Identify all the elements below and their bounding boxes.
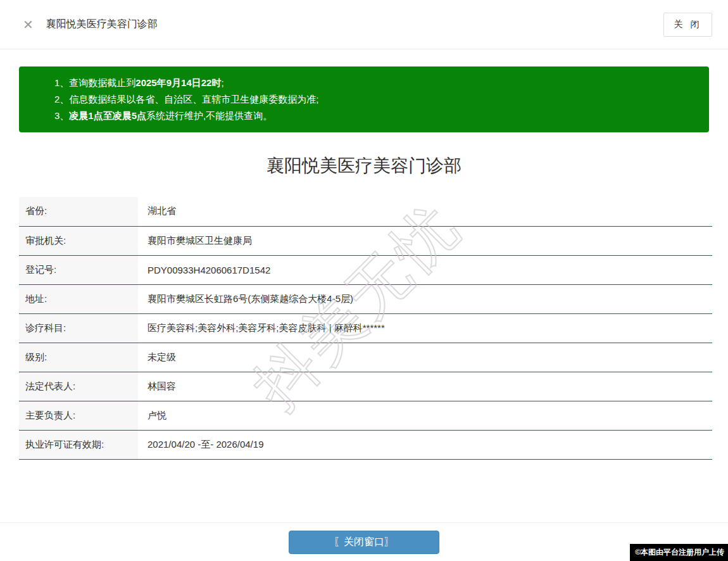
notice-bold-text: 2025年9月14日22时 [135,77,221,88]
row-value: PDY00933H42060617D1542 [138,255,712,284]
row-value: 湖北省 [138,197,712,226]
footer: 〖关闭窗口〗 [0,523,728,561]
table-row: 诊疗科目:医疗美容科;美容外科;美容牙科;美容皮肤科 | 麻醉科****** [19,313,712,343]
table-row: 登记号:PDY00933H42060617D1542 [19,255,712,284]
row-label: 登记号: [19,255,138,284]
notice-line: 3、凌晨1点至凌晨5点系统进行维护,不能提供查询。 [54,108,696,124]
table-row: 地址:襄阳市樊城区长虹路6号(东侧菜越综合大楼4-5层) [19,284,712,313]
row-value: 襄阳市樊城区长虹路6号(东侧菜越综合大楼4-5层) [138,284,712,313]
notice-num: 1、 [54,77,69,88]
row-value: 未定级 [138,343,712,372]
institution-info-table: 省份:湖北省 审批机关:襄阳市樊城区卫生健康局 登记号:PDY00933H420… [19,197,712,460]
row-value: 2021/04/20 -至- 2026/04/19 [138,430,712,459]
table-row: 级别:未定级 [19,343,712,372]
row-label: 级别: [19,343,138,372]
notice-line: 2、信息数据结果以各省、自治区、直辖市卫生健康委数据为准; [54,91,696,108]
row-label: 主要负责人: [19,401,138,430]
row-value: 医疗美容科;美容外科;美容牙科;美容皮肤科 | 麻醉科****** [138,313,712,343]
window-title: 襄阳悦美医疗美容门诊部 [46,18,158,31]
table-row: 法定代表人:林国容 [19,372,712,401]
table-row: 主要负责人:卢悦 [19,401,712,430]
notice-text: 信息数据结果以各省、自治区、直辖市卫生健康委数据为准; [69,94,318,104]
notice-text: 查询数据截止到 [69,77,135,88]
table-row: 省份:湖北省 [19,197,712,226]
notice-bold-text: 凌晨1点至凌晨5点 [69,110,146,121]
close-button[interactable]: 关 闭 [663,13,712,37]
row-label: 省份: [19,197,138,226]
notice-line: 1、查询数据截止到2025年9月14日22时; [54,75,696,91]
close-icon[interactable]: ✕ [23,18,34,31]
row-value: 林国容 [138,372,712,401]
table-row: 审批机关:襄阳市樊城区卫生健康局 [19,226,712,255]
notice-text: ; [221,77,223,88]
copyright-badge: ©本图由平台注册用户上传 [630,544,728,561]
close-window-button[interactable]: 〖关闭窗口〗 [289,531,439,554]
window-header: ✕ 襄阳悦美医疗美容门诊部 关 闭 [0,0,728,49]
row-label: 法定代表人: [19,372,138,401]
table-row: 执业许可证有效期:2021/04/20 -至- 2026/04/19 [19,430,712,459]
notice-num: 3、 [54,110,69,121]
notice-num: 2、 [54,94,69,104]
row-value: 襄阳市樊城区卫生健康局 [138,226,712,255]
page-title: 襄阳悦美医疗美容门诊部 [0,154,728,178]
row-label: 执业许可证有效期: [19,430,138,459]
row-label: 审批机关: [19,226,138,255]
notice-text: 系统进行维护,不能提供查询。 [146,110,272,121]
row-value: 卢悦 [138,401,712,430]
row-label: 诊疗科目: [19,313,138,343]
row-label: 地址: [19,284,138,313]
notice-box: 1、查询数据截止到2025年9月14日22时; 2、信息数据结果以各省、自治区、… [19,66,709,132]
